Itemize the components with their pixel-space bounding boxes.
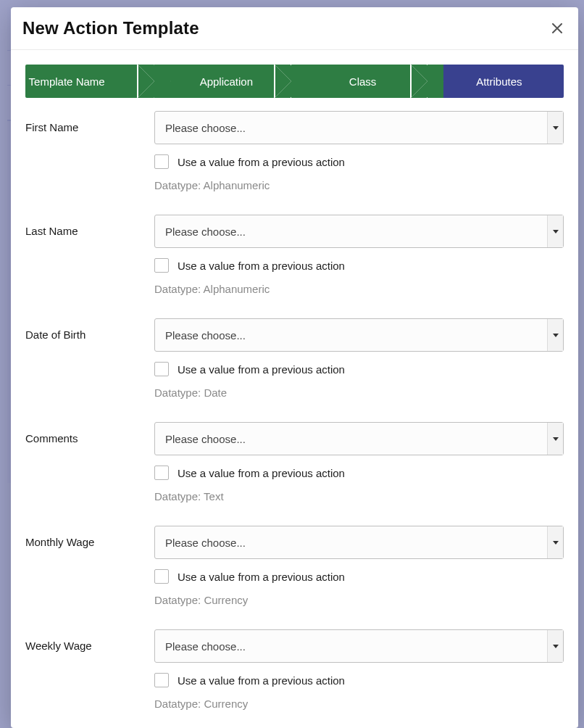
checkbox-prev-action[interactable] [154,673,169,687]
step-label: Attributes [476,75,522,88]
datatype-hint: Datatype: Currency [154,594,564,606]
select-dob[interactable]: Please choose... [154,318,564,352]
step-class[interactable]: Class [291,65,427,98]
wizard-stepper: Template Name Application Class Attribut… [25,65,564,98]
caret-down-icon [547,215,563,247]
checkbox-label: Use a value from a previous action [178,467,345,479]
select-placeholder: Please choose... [155,226,547,238]
checkbox-label: Use a value from a previous action [178,260,345,272]
checkbox-label: Use a value from a previous action [178,571,345,583]
close-icon [552,19,562,37]
checkbox-label: Use a value from a previous action [178,363,345,376]
select-placeholder: Please choose... [155,537,547,549]
checkbox-prev-action[interactable] [154,362,169,376]
field-label: Weekly Wage [25,629,154,652]
modal-new-action-template: New Action Template Template Name Applic… [11,7,578,728]
caret-down-icon [547,630,563,662]
checkbox-prev-action[interactable] [154,569,169,584]
step-label: Application [200,75,253,88]
checkbox-prev-action[interactable] [154,258,169,273]
select-last-name[interactable]: Please choose... [154,215,564,248]
select-placeholder: Please choose... [155,640,547,653]
select-placeholder: Please choose... [155,122,547,134]
checkbox-label: Use a value from a previous action [178,156,345,168]
field-label: Date of Birth [25,318,154,341]
step-template-name[interactable]: Template Name [25,65,154,98]
step-attributes[interactable]: Attributes [427,65,564,98]
caret-down-icon [547,112,563,144]
step-application[interactable]: Application [154,65,291,98]
form-row-weekly-wage: Weekly Wage Please choose... Use a value… [25,629,564,728]
step-label: Template Name [29,75,105,88]
field-label: Comments [25,422,154,444]
select-monthly-wage[interactable]: Please choose... [154,526,564,559]
datatype-hint: Datatype: Text [154,490,564,502]
modal-title: New Action Template [22,18,199,38]
select-first-name[interactable]: Please choose... [154,111,564,144]
datatype-hint: Datatype: Alphanumeric [154,179,564,191]
close-button[interactable] [549,17,565,39]
checkbox-prev-action[interactable] [154,466,169,480]
modal-body: Template Name Application Class Attribut… [11,50,578,728]
checkbox-prev-action[interactable] [154,154,169,169]
field-label: First Name [25,111,154,133]
form-row-last-name: Last Name Please choose... Use a value f… [25,215,564,318]
form-row-dob: Date of Birth Please choose... Use a val… [25,318,564,422]
checkbox-label: Use a value from a previous action [178,674,345,687]
caret-down-icon [547,526,563,558]
form-row-comments: Comments Please choose... Use a value fr… [25,422,564,526]
step-label: Class [349,75,377,88]
form-row-first-name: First Name Please choose... Use a value … [25,111,564,215]
caret-down-icon [547,319,563,351]
caret-down-icon [547,423,563,455]
field-label: Last Name [25,215,154,237]
select-comments[interactable]: Please choose... [154,422,564,455]
select-placeholder: Please choose... [155,329,547,342]
datatype-hint: Datatype: Date [154,386,564,399]
select-placeholder: Please choose... [155,433,547,445]
datatype-hint: Datatype: Alphanumeric [154,283,564,295]
modal-header: New Action Template [11,7,578,50]
field-label: Monthly Wage [25,526,154,548]
select-weekly-wage[interactable]: Please choose... [154,629,564,663]
form-row-monthly-wage: Monthly Wage Please choose... Use a valu… [25,526,564,629]
datatype-hint: Datatype: Currency [154,698,564,710]
